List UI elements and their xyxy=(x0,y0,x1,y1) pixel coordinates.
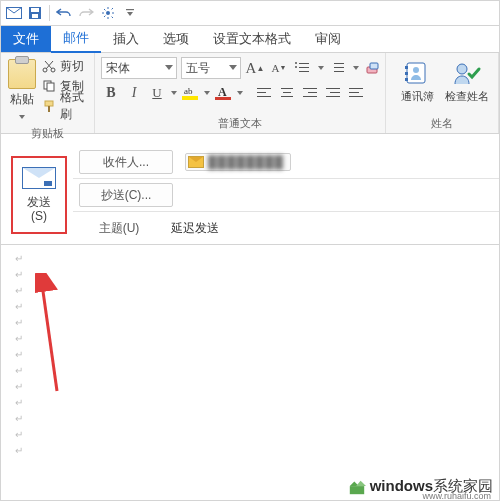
chevron-down-icon[interactable] xyxy=(352,61,359,75)
mail-header: 发送(S) 收件人... ████████ 抄送(C)... 主题(U) 延迟发… xyxy=(1,146,499,245)
tab-mail[interactable]: 邮件 xyxy=(51,25,101,53)
tab-review[interactable]: 审阅 xyxy=(303,26,353,52)
format-painter-button[interactable]: 格式刷 xyxy=(42,97,88,115)
group-names-label: 姓名 xyxy=(392,114,492,133)
svg-rect-3 xyxy=(32,14,38,18)
paragraph-mark: ↵ xyxy=(15,363,485,379)
font-color-button[interactable] xyxy=(213,83,233,103)
recipient-pill[interactable]: ████████ xyxy=(185,153,291,171)
envelope-icon xyxy=(188,156,204,168)
send-label: 发送(S) xyxy=(27,195,51,223)
paragraph-mark: ↵ xyxy=(15,299,485,315)
send-button[interactable]: 发送(S) xyxy=(11,156,67,234)
paragraph-mark: ↵ xyxy=(15,315,485,331)
address-book-label: 通讯簿 xyxy=(401,89,434,104)
paragraph-mark: ↵ xyxy=(15,443,485,459)
shrink-font-button[interactable]: A▼ xyxy=(269,58,289,78)
paste-label: 粘贴 xyxy=(10,91,34,108)
svg-marker-24 xyxy=(356,480,366,485)
ribbon-tabs: 文件 邮件 插入 选项 设置文本格式 审阅 xyxy=(1,26,499,53)
highlight-icon xyxy=(182,86,198,100)
numbering-button[interactable] xyxy=(328,58,348,78)
font-name-value: 宋体 xyxy=(106,60,130,77)
tab-options[interactable]: 选项 xyxy=(151,26,201,52)
decrease-indent-button[interactable] xyxy=(324,83,344,103)
cc-button[interactable]: 抄送(C)... xyxy=(79,183,173,207)
app-mail-icon xyxy=(5,4,23,22)
align-center-icon xyxy=(280,86,296,100)
quick-access-toolbar xyxy=(1,1,499,26)
align-center-button[interactable] xyxy=(278,83,298,103)
format-painter-label: 格式刷 xyxy=(60,89,88,123)
bullets-button[interactable] xyxy=(293,58,313,78)
cc-field[interactable] xyxy=(179,179,499,211)
svg-marker-6 xyxy=(127,12,133,16)
subject-field[interactable]: 延迟发送 xyxy=(165,212,499,244)
paragraph-mark: ↵ xyxy=(15,395,485,411)
svg-point-20 xyxy=(457,64,467,74)
paragraph-mark: ↵ xyxy=(15,427,485,443)
clear-formatting-button[interactable] xyxy=(363,58,383,78)
paragraph-mark: ↵ xyxy=(15,379,485,395)
align-right-button[interactable] xyxy=(301,83,321,103)
align-left-button[interactable] xyxy=(255,83,275,103)
save-icon[interactable] xyxy=(25,3,45,23)
svg-rect-10 xyxy=(47,83,54,91)
recipient-text: ████████ xyxy=(208,155,284,169)
check-names-button[interactable]: 检查姓名 xyxy=(442,55,492,104)
svg-rect-12 xyxy=(48,106,50,112)
scissors-icon xyxy=(42,59,56,73)
chevron-down-icon xyxy=(19,110,26,124)
svg-rect-5 xyxy=(126,9,134,10)
address-book-button[interactable]: 通讯簿 xyxy=(392,55,442,104)
svg-point-19 xyxy=(413,67,419,73)
tab-insert[interactable]: 插入 xyxy=(101,26,151,52)
check-names-icon xyxy=(452,59,482,87)
font-color-icon xyxy=(215,86,231,100)
tab-file[interactable]: 文件 xyxy=(1,26,51,52)
paragraph-mark: ↵ xyxy=(15,283,485,299)
to-field[interactable]: ████████ xyxy=(179,146,499,178)
highlight-button[interactable] xyxy=(180,83,200,103)
italic-button[interactable]: I xyxy=(124,83,144,103)
address-book-icon xyxy=(402,59,432,87)
chevron-down-icon[interactable] xyxy=(203,86,210,100)
bold-button[interactable]: B xyxy=(101,83,121,103)
to-button[interactable]: 收件人... xyxy=(79,150,173,174)
align-left-icon xyxy=(257,86,273,100)
watermark-logo-icon xyxy=(348,478,366,496)
svg-rect-16 xyxy=(405,66,408,69)
group-names: 通讯簿 检查姓名 姓名 xyxy=(386,53,499,133)
font-size-combo[interactable]: 五号 xyxy=(181,57,241,79)
increase-indent-icon xyxy=(349,86,365,100)
svg-rect-2 xyxy=(31,8,39,12)
paste-button[interactable]: 粘贴 xyxy=(7,55,38,124)
grow-font-button[interactable]: A▲ xyxy=(245,58,265,78)
mail-body[interactable]: ↵ ↵ ↵ ↵ ↵ ↵ ↵ ↵ ↵ ↵ ↵ ↵ ↵ xyxy=(1,245,499,477)
paste-icon xyxy=(8,59,36,89)
subject-label: 主题(U) xyxy=(73,212,165,244)
tab-format-text[interactable]: 设置文本格式 xyxy=(201,26,303,52)
chevron-down-icon[interactable] xyxy=(317,61,324,75)
paragraph-mark: ↵ xyxy=(15,411,485,427)
font-name-combo[interactable]: 宋体 xyxy=(101,57,177,79)
ribbon: 粘贴 剪切 复制 xyxy=(1,53,499,134)
svg-rect-14 xyxy=(370,63,378,69)
align-right-icon xyxy=(303,86,319,100)
chevron-down-icon[interactable] xyxy=(170,86,177,100)
format-painter-icon xyxy=(42,99,56,113)
touch-mode-icon[interactable] xyxy=(98,3,118,23)
paragraph-mark: ↵ xyxy=(15,331,485,347)
chevron-down-icon[interactable] xyxy=(236,86,243,100)
redo-icon[interactable] xyxy=(76,3,96,23)
cut-button[interactable]: 剪切 xyxy=(42,57,88,75)
decrease-indent-icon xyxy=(326,86,342,100)
underline-button[interactable]: U xyxy=(147,83,167,103)
undo-icon[interactable] xyxy=(54,3,74,23)
customize-qat-icon[interactable] xyxy=(120,3,140,23)
check-names-label: 检查姓名 xyxy=(445,89,489,104)
increase-indent-button[interactable] xyxy=(347,83,367,103)
svg-rect-18 xyxy=(405,78,408,81)
copy-icon xyxy=(42,79,56,93)
paragraph-mark: ↵ xyxy=(15,251,485,267)
